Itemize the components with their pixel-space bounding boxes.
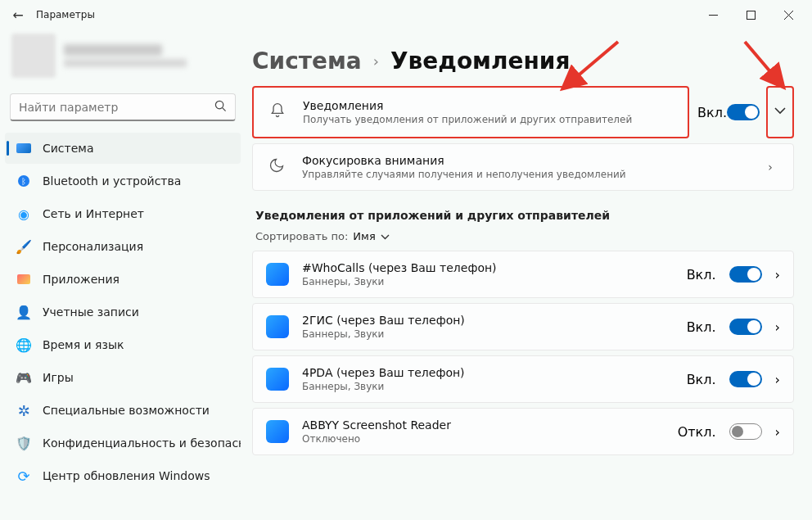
nav: Система ᛒBluetooth и устройства ◉Сеть и …	[5, 133, 241, 491]
back-button[interactable]: ←	[5, 2, 31, 28]
nav-update[interactable]: ⟳Центр обновления Windows	[5, 460, 241, 491]
nav-label: Bluetooth и устройства	[43, 174, 181, 188]
maximize-button[interactable]	[732, 2, 769, 28]
app-row[interactable]: 4PDA (через Ваш телефон)Баннеры, ЗвукиВк…	[252, 355, 794, 403]
page-title: Уведомления	[390, 47, 570, 75]
shield-icon: 🛡️	[16, 436, 31, 450]
toggle-state: Вкл.	[697, 105, 727, 120]
nav-gaming[interactable]: 🎮Игры	[5, 362, 241, 393]
notifications-toggle[interactable]	[727, 104, 760, 120]
accessibility-icon: ✲	[16, 403, 31, 418]
app-icon	[266, 368, 289, 391]
nav-label: Время и язык	[43, 338, 124, 351]
avatar	[11, 34, 56, 78]
card-notifications[interactable]: Уведомления Получать уведомления от прил…	[252, 86, 689, 138]
nav-label: Приложения	[43, 273, 120, 286]
nav-label: Персонализация	[43, 240, 143, 253]
app-name: #WhoCalls (через Ваш телефон)	[302, 261, 674, 274]
main: Система › Уведомления Уведомления Получа…	[246, 29, 812, 520]
chevron-down-icon	[774, 102, 786, 118]
toggle-state: Откл.	[678, 424, 716, 440]
globe-icon: 🌐	[16, 337, 31, 352]
section-heading: Уведомления от приложений и других отпра…	[255, 209, 794, 222]
chevron-right-icon: ›	[775, 319, 780, 335]
app-sub: Баннеры, Звуки	[302, 381, 674, 392]
card-subtitle: Получать уведомления от приложений и дру…	[303, 114, 674, 125]
svg-line-5	[223, 107, 226, 111]
nav-system[interactable]: Система	[5, 133, 241, 164]
bluetooth-icon: ᛒ	[16, 174, 31, 188]
nav-label: Сеть и Интернет	[43, 207, 144, 220]
minimize-button[interactable]	[694, 2, 732, 28]
svg-point-4	[215, 101, 223, 108]
chevron-right-icon: ›	[760, 161, 780, 174]
system-icon	[16, 141, 31, 156]
nav-bluetooth[interactable]: ᛒBluetooth и устройства	[5, 165, 241, 197]
nav-personalization[interactable]: 🖌️Персонализация	[5, 231, 241, 262]
app-row[interactable]: 2ГИС (через Ваш телефон)Баннеры, ЗвукиВк…	[252, 303, 794, 350]
nav-label: Учетные записи	[43, 305, 139, 319]
nav-privacy[interactable]: 🛡️Конфиденциальность и безопасность	[5, 427, 241, 459]
card-title: Уведомления	[303, 99, 674, 112]
sort-label: Сортировать по:	[255, 230, 348, 242]
app-name: 2ГИС (через Ваш телефон)	[302, 314, 674, 327]
expand-button[interactable]	[766, 86, 794, 138]
app-sub: Баннеры, Звуки	[302, 328, 674, 340]
nav-accessibility[interactable]: ✲Специальные возможности	[5, 395, 241, 426]
gamepad-icon: 🎮	[16, 370, 31, 385]
app-toggle[interactable]	[729, 423, 762, 440]
app-name: ABBYY Screenshot Reader	[302, 418, 665, 432]
card-title: Фокусировка внимания	[302, 154, 746, 167]
nav-label: Специальные возможности	[43, 404, 210, 417]
breadcrumb-parent[interactable]: Система	[252, 47, 362, 75]
sidebar: Система ᛒBluetooth и устройства ◉Сеть и …	[0, 29, 246, 520]
bell-icon	[267, 102, 288, 122]
brush-icon: 🖌️	[16, 239, 31, 254]
sort-value: Имя	[353, 230, 375, 242]
toggle-state: Вкл.	[687, 319, 716, 335]
card-subtitle: Управляйте случаями получения и неполуче…	[302, 169, 746, 180]
nav-time[interactable]: 🌐Время и язык	[5, 329, 241, 360]
app-row[interactable]: ABBYY Screenshot ReaderОтключеноОткл.›	[252, 408, 794, 455]
search-icon	[214, 100, 227, 115]
moon-icon	[266, 157, 287, 177]
toggle-state: Вкл.	[687, 267, 716, 283]
search-box[interactable]	[10, 93, 236, 121]
titlebar: ← Параметры	[0, 0, 812, 29]
user-block[interactable]	[5, 33, 241, 79]
chevron-right-icon: ›	[775, 372, 780, 387]
chevron-right-icon: ›	[373, 52, 379, 70]
wifi-icon: ◉	[16, 206, 31, 221]
chevron-right-icon: ›	[775, 424, 780, 440]
app-toggle[interactable]	[729, 266, 762, 283]
chevron-right-icon: ›	[775, 267, 780, 283]
update-icon: ⟳	[16, 468, 31, 483]
breadcrumb: Система › Уведомления	[252, 47, 794, 75]
app-toggle[interactable]	[729, 371, 762, 387]
app-name: 4PDA (через Ваш телефон)	[302, 366, 674, 379]
app-icon	[266, 420, 289, 443]
app-toggle[interactable]	[729, 319, 762, 335]
nav-label: Центр обновления Windows	[43, 469, 210, 482]
card-focus[interactable]: Фокусировка внимания Управляйте случаями…	[252, 143, 794, 191]
app-icon	[266, 263, 289, 286]
window-title: Параметры	[36, 9, 95, 20]
person-icon: 👤	[16, 305, 31, 319]
nav-label: Игры	[43, 371, 74, 384]
nav-label: Система	[43, 142, 93, 155]
nav-apps[interactable]: Приложения	[5, 264, 241, 295]
close-button[interactable]	[769, 2, 807, 28]
svg-rect-1	[747, 11, 755, 19]
app-sub: Отключено	[302, 433, 665, 445]
nav-accounts[interactable]: 👤Учетные записи	[5, 296, 241, 328]
search-input[interactable]	[19, 101, 214, 114]
app-sub: Баннеры, Звуки	[302, 276, 674, 287]
toggle-state: Вкл.	[687, 372, 716, 387]
app-icon	[266, 315, 289, 338]
app-row[interactable]: #WhoCalls (через Ваш телефон)Баннеры, Зв…	[252, 251, 794, 298]
nav-label: Конфиденциальность и безопасность	[43, 436, 241, 450]
sort-control[interactable]: Сортировать по: Имя	[255, 230, 794, 242]
nav-network[interactable]: ◉Сеть и Интернет	[5, 198, 241, 229]
chevron-down-icon	[381, 230, 390, 242]
apps-icon	[16, 272, 31, 287]
